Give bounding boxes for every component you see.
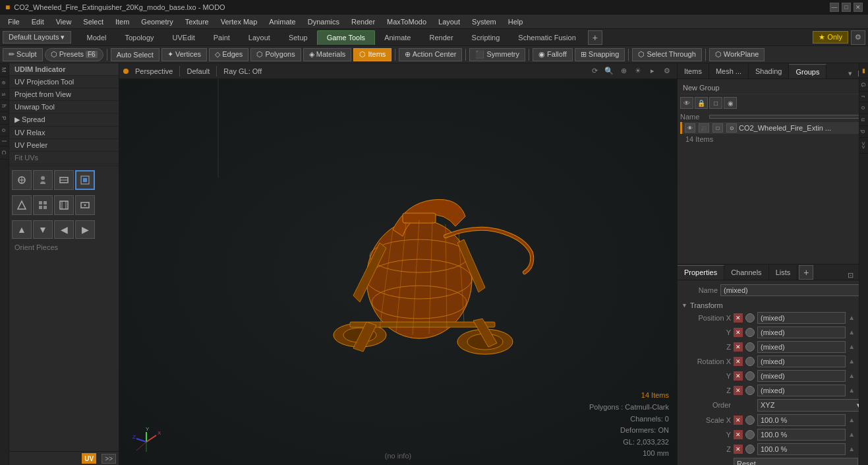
- rot-x-cross-btn[interactable]: ✕: [734, 357, 743, 366]
- tool-icon-7[interactable]: [54, 195, 74, 215]
- item-eye-btn[interactable]: 👁: [680, 97, 693, 109]
- rot-y-cross-btn[interactable]: ✕: [734, 371, 743, 381]
- rp-expand-arrow[interactable]: ▾: [846, 69, 855, 78]
- select-through-button[interactable]: ⬡ Select Through: [632, 48, 701, 61]
- polygons-button[interactable]: ⬡ Polygons: [250, 48, 301, 61]
- arrow-down-btn[interactable]: ▼: [33, 220, 53, 239]
- rot-z-up-icon[interactable]: ▲: [848, 387, 855, 394]
- only-button[interactable]: ★ Only: [813, 31, 848, 44]
- props-transform-header[interactable]: ▼ Transform: [681, 300, 864, 311]
- side-tab-7[interactable]: l: [0, 137, 9, 146]
- tab-render[interactable]: Render: [420, 30, 462, 45]
- side-tab-8[interactable]: C: [0, 146, 9, 160]
- vp-rotate-icon[interactable]: ⟳: [589, 65, 600, 77]
- tool-icon-5[interactable]: [12, 195, 32, 215]
- scale-z-up-icon[interactable]: ▲: [848, 445, 855, 452]
- viewport[interactable]: Perspective Default Ray GL: Off ⟳ 🔍 ⊕ ☀ …: [119, 63, 677, 465]
- item-box-icon[interactable]: □: [712, 123, 723, 133]
- view-default-label[interactable]: Default: [183, 67, 214, 75]
- menu-file[interactable]: File: [3, 16, 25, 27]
- uv-projection-tool-item[interactable]: UV Projection Tool: [9, 76, 119, 88]
- menu-view[interactable]: View: [51, 16, 77, 27]
- layout-settings-button[interactable]: ⚙: [851, 30, 865, 45]
- rot-y-circle-btn[interactable]: [745, 371, 755, 381]
- snapping-button[interactable]: ⊞ Snapping: [575, 48, 625, 61]
- item-eye-icon[interactable]: 👁: [685, 123, 695, 133]
- vp-add-icon[interactable]: ⊕: [618, 65, 629, 77]
- menu-item[interactable]: Item: [110, 16, 134, 27]
- edges-button[interactable]: ◇ Edges: [209, 48, 248, 61]
- falloff-button[interactable]: ◉ Falloff: [533, 48, 573, 61]
- rot-x-up-icon[interactable]: ▲: [848, 357, 855, 365]
- view-perspective-label[interactable]: Perspective: [131, 67, 177, 75]
- scale-x-up-icon[interactable]: ▲: [848, 416, 855, 423]
- rot-z-input[interactable]: (mixed): [757, 385, 846, 396]
- pos-z-up-icon[interactable]: ▲: [848, 343, 855, 350]
- vp-play-icon[interactable]: ▸: [647, 65, 658, 77]
- arrow-right-btn[interactable]: ▶: [75, 220, 95, 239]
- item-vis-btn[interactable]: □: [709, 97, 722, 109]
- spread-item[interactable]: ▶ Spread: [9, 113, 119, 127]
- scale-y-cross-btn[interactable]: ✕: [734, 430, 743, 439]
- ray-gl-label[interactable]: Ray GL: Off: [219, 67, 266, 75]
- tab-schematic-fusion[interactable]: Schematic Fusion: [509, 30, 585, 45]
- add-layout-button[interactable]: +: [588, 30, 602, 45]
- close-button[interactable]: ✕: [854, 3, 863, 12]
- arrow-up-btn[interactable]: ▲: [12, 220, 32, 239]
- props-tab-lists[interactable]: Lists: [769, 265, 798, 280]
- rot-z-circle-btn[interactable]: [745, 386, 755, 395]
- scale-x-input[interactable]: 100.0 %: [757, 414, 846, 426]
- tool-icon-4[interactable]: [75, 170, 95, 190]
- workplane-button[interactable]: ⬡ WorkPlane: [709, 48, 765, 61]
- menu-dynamics[interactable]: Dynamics: [303, 16, 345, 27]
- menu-texture[interactable]: Texture: [180, 16, 214, 27]
- presets-button[interactable]: ⬡ Presets F6: [45, 48, 103, 61]
- props-tab-properties[interactable]: Properties: [678, 265, 724, 280]
- uv-peeler-item[interactable]: UV Peeler: [9, 139, 119, 152]
- tool-icon-3[interactable]: [54, 170, 74, 190]
- reset-dropdown[interactable]: Reset: [734, 458, 858, 466]
- side-tab-5[interactable]: P: [0, 112, 9, 125]
- default-layout-dropdown[interactable]: Default Layouts ▾: [3, 31, 71, 44]
- scale-x-circle-btn[interactable]: [745, 416, 755, 425]
- props-add-button[interactable]: +: [799, 265, 813, 280]
- materials-button[interactable]: ◈ Materials: [303, 48, 352, 61]
- scale-x-cross-btn[interactable]: ✕: [734, 416, 743, 425]
- rot-x-input[interactable]: (mixed): [757, 356, 846, 367]
- tab-topology[interactable]: Topology: [115, 30, 163, 45]
- tool-icon-1[interactable]: [12, 170, 32, 190]
- scale-z-circle-btn[interactable]: [745, 445, 755, 454]
- menu-animate[interactable]: Animate: [264, 16, 301, 27]
- fit-uvs-item[interactable]: Fit UVs: [9, 152, 119, 164]
- rot-y-up-icon[interactable]: ▲: [848, 372, 855, 379]
- pos-y-up-icon[interactable]: ▲: [848, 328, 855, 336]
- pos-z-circle-btn[interactable]: [745, 342, 755, 352]
- item-render-btn[interactable]: ◉: [724, 97, 737, 109]
- scale-y-up-icon[interactable]: ▲: [848, 431, 855, 438]
- pos-z-input[interactable]: (mixed): [757, 341, 846, 353]
- pos-z-cross-btn[interactable]: ✕: [734, 342, 743, 352]
- menu-maxtomodo[interactable]: MaxToModo: [382, 16, 432, 27]
- vp-light-icon[interactable]: ☀: [632, 65, 644, 77]
- tool-icon-2[interactable]: [33, 170, 53, 190]
- side-tab-1[interactable]: M: [0, 63, 9, 77]
- tab-setup[interactable]: Setup: [279, 30, 317, 45]
- udim-indicator-item[interactable]: UDIM Indicator: [9, 63, 119, 76]
- items-button[interactable]: ⬡ Items: [353, 48, 391, 61]
- menu-help[interactable]: Help: [503, 16, 529, 27]
- pos-x-input[interactable]: (mixed): [757, 312, 846, 324]
- tab-paint[interactable]: Paint: [204, 30, 239, 45]
- rp-tab-items[interactable]: Items: [678, 64, 709, 78]
- menu-geometry[interactable]: Geometry: [136, 16, 178, 27]
- viewport-canvas[interactable]: X Y Z 14 Items Polygons : Catmull-Clark …: [119, 79, 677, 465]
- rot-x-circle-btn[interactable]: [745, 357, 755, 366]
- name-field[interactable]: [709, 115, 865, 119]
- menu-select[interactable]: Select: [78, 16, 109, 27]
- pos-y-input[interactable]: (mixed): [757, 326, 846, 338]
- tool-icon-8[interactable]: [75, 195, 95, 215]
- vp-settings-icon[interactable]: ⚙: [661, 65, 673, 77]
- tab-layout[interactable]: Layout: [239, 30, 279, 45]
- tab-scripting[interactable]: Scripting: [463, 30, 509, 45]
- title-bar-controls[interactable]: — □ ✕: [830, 3, 863, 12]
- menu-edit[interactable]: Edit: [26, 16, 49, 27]
